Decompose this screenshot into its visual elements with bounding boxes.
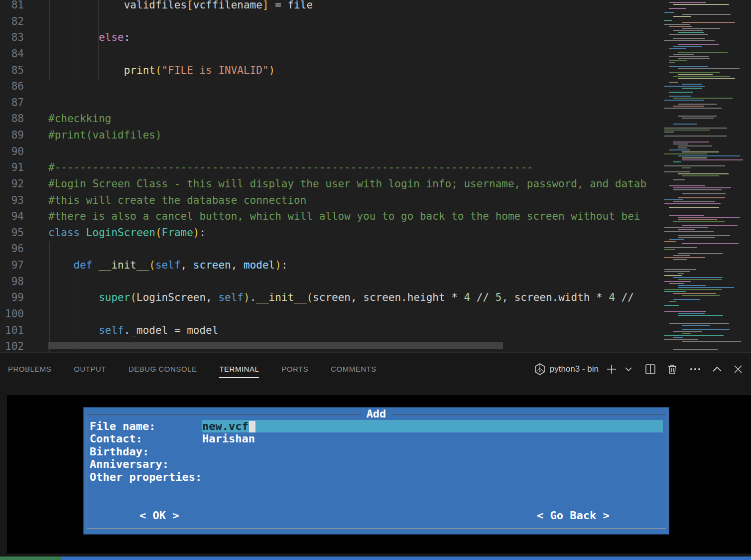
terminal-selector[interactable]: $ python3 - bin xyxy=(534,363,599,375)
code-line: 94#there is also a cancel button, which … xyxy=(0,208,662,225)
line-number: 88 xyxy=(0,111,24,127)
minimap-line xyxy=(682,295,720,296)
indent-guide xyxy=(98,0,99,80)
tab-terminal[interactable]: TERMINAL xyxy=(219,365,259,373)
minimap-line xyxy=(673,189,722,190)
minimap-line xyxy=(682,22,735,23)
minimap-line xyxy=(682,157,707,158)
minimap-line xyxy=(664,203,721,204)
minimap-line xyxy=(673,30,703,31)
minimap-line xyxy=(673,179,685,180)
minimap-line xyxy=(664,269,696,270)
indent-guide xyxy=(49,0,50,80)
svg-text:$: $ xyxy=(538,368,541,372)
close-panel-button[interactable] xyxy=(732,363,744,375)
minimap-line xyxy=(678,315,723,316)
minimap-line xyxy=(678,104,717,105)
minimap-line xyxy=(664,227,708,228)
go-back-button[interactable]: < Go Back > xyxy=(537,509,610,522)
minimap-line xyxy=(682,175,719,176)
minimap-line xyxy=(682,329,730,330)
line-number: 83 xyxy=(0,29,24,46)
minimap-line xyxy=(673,259,687,260)
minimap-line xyxy=(669,2,706,3)
code-line: 93#this will create the database connect… xyxy=(0,192,662,209)
code-line: 84 xyxy=(0,46,662,62)
minimap-line xyxy=(664,281,691,282)
minimap-line xyxy=(678,44,719,45)
minimap-line xyxy=(678,279,722,280)
minimap-line xyxy=(669,149,690,150)
new-terminal-button[interactable] xyxy=(606,363,618,375)
split-terminal-button[interactable] xyxy=(644,363,656,375)
minimap-line xyxy=(673,76,730,77)
minimap-line xyxy=(664,275,682,276)
minimap-line xyxy=(673,293,716,294)
minimap-line xyxy=(678,78,735,79)
remote-indicator[interactable] xyxy=(0,557,62,560)
minimap-line xyxy=(678,217,740,218)
code-line: 99 super(LoginScreen, self).__init__(scr… xyxy=(0,289,662,306)
ok-button[interactable]: < OK > xyxy=(139,509,179,522)
minimap-line xyxy=(673,141,709,142)
minimap-line xyxy=(669,56,709,57)
minimap-line xyxy=(673,349,718,350)
horizontal-scrollbar[interactable] xyxy=(48,342,503,349)
tab-debug-console[interactable]: DEBUG CONSOLE xyxy=(128,365,197,373)
line-number: 99 xyxy=(0,289,24,306)
code-line: 83 else: xyxy=(0,29,662,46)
minimap-line xyxy=(664,24,690,25)
minimap-line xyxy=(673,46,702,47)
terminal-dropdown-chevron-icon[interactable] xyxy=(625,363,632,375)
line-number: 91 xyxy=(0,159,24,176)
minimap-line xyxy=(682,325,710,326)
line-number: 100 xyxy=(0,306,24,322)
code-line: 96 xyxy=(0,241,662,257)
minimap-line xyxy=(673,337,683,338)
minimap-line xyxy=(669,34,708,35)
code-editor[interactable]: 81 validfiles[vcffilename] = file8283 el… xyxy=(0,0,751,352)
tab-problems[interactable]: PROBLEMS xyxy=(8,365,51,373)
line-number: 92 xyxy=(0,176,24,192)
indent-guide xyxy=(74,274,74,352)
line-number: 101 xyxy=(0,322,24,339)
minimap-line xyxy=(669,48,686,49)
code-line: 92#Login Screen Class - this will displa… xyxy=(0,176,662,192)
field-input-focused[interactable]: new.vcf xyxy=(202,420,663,432)
minimap-line xyxy=(664,289,722,290)
kill-terminal-trash-button[interactable] xyxy=(666,363,678,375)
minimap-line xyxy=(664,100,704,101)
field-label: Birthday: xyxy=(90,445,149,458)
field-value[interactable]: Harishan xyxy=(202,432,255,445)
minimap-line xyxy=(664,311,706,312)
maximize-panel-chevron-up-button[interactable] xyxy=(711,363,723,375)
status-bar xyxy=(0,557,751,560)
minimap-line xyxy=(678,273,684,274)
panel-header: PROBLEMSOUTPUTDEBUG CONSOLETERMINALPORTS… xyxy=(0,353,751,385)
minimap-line xyxy=(664,305,679,306)
field-label: Contact: xyxy=(90,432,142,445)
minimap-line xyxy=(673,98,733,99)
terminal-profile-icon: $ xyxy=(534,363,546,375)
tab-ports[interactable]: PORTS xyxy=(281,365,308,373)
minimap-line xyxy=(673,277,723,278)
tab-output[interactable]: OUTPUT xyxy=(74,365,106,373)
line-number: 95 xyxy=(0,225,24,241)
minimap[interactable] xyxy=(662,0,751,352)
minimap-line xyxy=(682,243,739,244)
status-bar-main[interactable] xyxy=(62,557,751,560)
field-label: Other properties: xyxy=(90,471,202,483)
panel-tabs: PROBLEMSOUTPUTDEBUG CONSOLETERMINALPORTS… xyxy=(0,365,376,373)
minimap-line xyxy=(664,231,714,232)
minimap-line xyxy=(673,221,725,222)
more-actions-button[interactable] xyxy=(689,363,701,375)
minimap-line xyxy=(669,26,692,27)
tab-comments[interactable]: COMMENTS xyxy=(331,365,376,373)
code-line: 86 xyxy=(0,78,662,95)
code-line: 95class LoginScreen(Frame): xyxy=(0,225,662,241)
minimap-line xyxy=(669,207,719,208)
minimap-line xyxy=(664,12,674,13)
minimap-line xyxy=(682,193,726,194)
minimap-line xyxy=(673,331,702,332)
text-cursor xyxy=(249,421,255,432)
